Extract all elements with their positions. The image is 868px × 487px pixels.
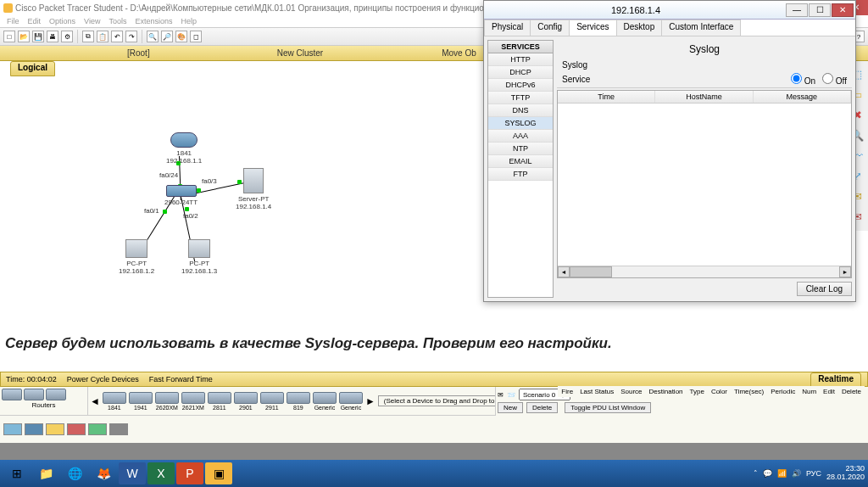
wizard-icon[interactable]: ⚙	[61, 31, 73, 42]
clear-log-button[interactable]: Clear Log	[797, 282, 852, 296]
copy-icon[interactable]: ⧉	[82, 31, 94, 42]
tray-network-icon[interactable]: 📶	[777, 469, 787, 478]
palette-icon[interactable]: 🎨	[175, 31, 187, 42]
move-object-button[interactable]: Move Ob	[442, 48, 476, 58]
zoom-in-icon[interactable]: 🔍	[147, 31, 159, 42]
start-button[interactable]: ⊞	[3, 462, 31, 484]
paste-icon[interactable]: 📋	[97, 31, 108, 42]
device-model[interactable]: 819	[287, 392, 310, 411]
service-item-ntp[interactable]: NTP	[488, 143, 553, 155]
dialog-title: 192.168.1.4	[486, 5, 786, 15]
tab-custom[interactable]: Custom Interface	[661, 20, 741, 36]
port-label: fa0/2	[183, 212, 198, 220]
tray-volume-icon[interactable]: 🔊	[792, 469, 801, 478]
service-item-email[interactable]: EMAIL	[488, 155, 553, 168]
tab-config[interactable]: Config	[530, 20, 570, 36]
service-item-dhcpv6[interactable]: DHCPv6	[488, 79, 553, 92]
service-item-syslog[interactable]: SYSLOG	[488, 117, 553, 130]
col-hostname[interactable]: HostName	[655, 91, 753, 103]
menu-options[interactable]: Options	[49, 17, 75, 25]
device-category[interactable]: Routers	[0, 387, 88, 415]
tray-lang[interactable]: РУС	[806, 469, 821, 478]
server-node[interactable]: Server-PT 192.168.1.4	[236, 168, 271, 210]
task-excel[interactable]: X	[147, 462, 175, 484]
swatch[interactable]	[109, 423, 128, 435]
zoom-out-icon[interactable]: 🔎	[161, 31, 173, 42]
menu-tools[interactable]: Tools	[108, 17, 126, 25]
service-item-aaa[interactable]: AAA	[488, 130, 553, 143]
device-model[interactable]: 2901	[234, 392, 258, 411]
device-model[interactable]: 2621XM	[181, 392, 205, 411]
envelope-closed-icon[interactable]: ✉	[498, 391, 504, 399]
shape-icon[interactable]: ◻	[190, 31, 202, 42]
dialog-close-button[interactable]: ✕	[832, 3, 854, 17]
sim-time: Time: 00:04:02	[6, 375, 57, 383]
task-powerpoint[interactable]: P	[176, 462, 203, 484]
toggle-pdu-button[interactable]: Toggle PDU List Window	[565, 402, 651, 413]
fast-forward-button[interactable]: Fast Forward Time	[149, 375, 213, 383]
device-model[interactable]: 1841	[103, 392, 126, 411]
task-file-explorer[interactable]: 📁	[32, 462, 59, 484]
menu-edit[interactable]: Edit	[28, 17, 42, 25]
col-time[interactable]: Time	[558, 91, 655, 103]
power-cycle-button[interactable]: Power Cycle Devices	[67, 375, 139, 383]
envelope-open-icon[interactable]: 📨	[507, 391, 515, 399]
service-item-ftp[interactable]: FTP	[488, 168, 553, 181]
device-model[interactable]: 2811	[208, 392, 231, 411]
pc2-node[interactable]: PC-PT 192.168.1.3	[181, 239, 217, 275]
router-node[interactable]: 1841 192.168.1.1	[166, 132, 202, 165]
swatch[interactable]	[88, 423, 107, 435]
device-model[interactable]: Generic	[339, 392, 363, 411]
service-item-tftp[interactable]: TFTP	[488, 92, 553, 104]
tray-clock[interactable]: 23:30 28.01.2020	[826, 465, 865, 482]
tray-message-icon[interactable]: 💬	[763, 469, 772, 478]
undo-icon[interactable]: ↶	[111, 31, 123, 42]
device-model[interactable]: 2620XM	[155, 392, 179, 411]
menu-extensions[interactable]: Extensions	[135, 17, 172, 25]
scroll-right-icon[interactable]: ►	[365, 395, 376, 407]
open-icon[interactable]: 📂	[18, 31, 30, 42]
scenario-new-button[interactable]: New	[498, 402, 523, 413]
swatch[interactable]	[3, 423, 22, 435]
system-tray[interactable]: ˄ 💬 📶 🔊 РУС 23:30 28.01.2020	[754, 465, 865, 482]
task-firefox[interactable]: 🦊	[90, 462, 117, 484]
tray-up-icon[interactable]: ˄	[754, 469, 758, 478]
dialog-maximize-button[interactable]: ☐	[809, 3, 831, 17]
service-item-http[interactable]: HTTP	[488, 53, 553, 66]
task-browser[interactable]: 🌐	[61, 462, 88, 484]
swatch[interactable]	[25, 423, 43, 435]
new-cluster-button[interactable]: New Cluster	[277, 48, 323, 58]
swatch[interactable]	[67, 423, 86, 435]
h-scrollbar[interactable]: ◄ ►	[558, 266, 851, 277]
menu-help[interactable]: Help	[181, 17, 197, 25]
service-item-dns[interactable]: DNS	[488, 104, 553, 117]
pc1-node[interactable]: PC-PT 192.168.1.2	[119, 239, 154, 275]
logical-tab[interactable]: Logical	[10, 61, 55, 76]
switch-node[interactable]: 2960-24TT	[164, 185, 198, 206]
task-word[interactable]: W	[119, 462, 146, 484]
redo-icon[interactable]: ↷	[125, 31, 137, 42]
dialog-titlebar[interactable]: 192.168.1.4 — ☐ ✕	[484, 1, 855, 20]
swatch[interactable]	[46, 423, 64, 435]
scenario-delete-button[interactable]: Delete	[526, 402, 558, 413]
task-packet-tracer[interactable]: ▣	[205, 462, 232, 484]
tab-services[interactable]: Services	[569, 20, 616, 36]
device-model[interactable]: 2911	[260, 392, 284, 411]
menu-view[interactable]: View	[84, 17, 100, 25]
dialog-minimize-button[interactable]: —	[786, 3, 808, 17]
device-model[interactable]: 1941	[129, 392, 153, 411]
windows-taskbar: ⊞ 📁 🌐 🦊 W X P ▣ ˄ 💬 📶 🔊 РУС 23:30 28.01.…	[0, 460, 868, 487]
print-icon[interactable]: 🖶	[47, 31, 58, 42]
device-model[interactable]: Generic	[313, 392, 337, 411]
radio-off[interactable]: Off	[822, 73, 847, 86]
radio-on[interactable]: On	[791, 73, 815, 86]
save-icon[interactable]: 💾	[32, 31, 44, 42]
service-item-dhcp[interactable]: DHCP	[488, 66, 553, 79]
tab-physical[interactable]: Physical	[484, 20, 531, 36]
col-message[interactable]: Message	[754, 91, 851, 103]
menu-file[interactable]: File	[7, 17, 19, 25]
root-link[interactable]: [Root]	[127, 48, 150, 58]
tab-desktop[interactable]: Desktop	[616, 20, 663, 36]
scroll-left-icon[interactable]: ◄	[90, 395, 100, 407]
new-icon[interactable]: □	[3, 31, 15, 42]
